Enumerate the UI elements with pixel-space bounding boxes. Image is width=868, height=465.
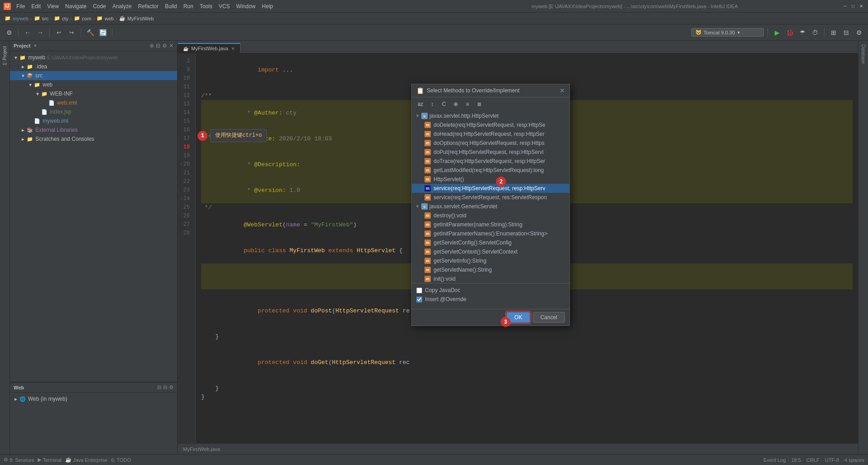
- method-getServletInfo[interactable]: m getServletInfo():String: [412, 256, 569, 265]
- line-endings-btn[interactable]: CRLF: [806, 457, 820, 463]
- menu-view[interactable]: View: [44, 2, 62, 10]
- toolbar-layout-btn[interactable]: ⊟: [841, 27, 852, 38]
- method-getServletContext[interactable]: m getServletContext():ServletContext: [412, 247, 569, 256]
- menu-window[interactable]: Window: [233, 2, 258, 10]
- project-dropdown-arrow[interactable]: ▼: [33, 43, 37, 48]
- terminal-btn[interactable]: ▶ Terminal: [38, 457, 62, 463]
- crumb-web-label[interactable]: web: [105, 16, 114, 21]
- encoding-btn[interactable]: UTF-8: [825, 457, 839, 463]
- coverage-btn[interactable]: ☂: [797, 27, 808, 38]
- method-doOptions[interactable]: m doOptions(req:HttpServletRequest, resp…: [412, 139, 569, 148]
- sync-icon[interactable]: ⊕: [149, 43, 154, 49]
- tree-item-webmodule[interactable]: ► 🌐 Web (in myweb): [10, 394, 177, 403]
- method-getInitParamNames[interactable]: m getInitParameterNames():Enumeration<St…: [412, 229, 569, 238]
- tree-item-webinf[interactable]: ▼ 📁 WEB-INF: [10, 89, 177, 98]
- method-httpservlet-constructor[interactable]: m HttpServlet(): [412, 175, 569, 184]
- copy-javadoc-checkbox[interactable]: Copy JavaDoc: [416, 287, 565, 293]
- toolbar-undo-btn[interactable]: ↩: [53, 27, 64, 38]
- tree-item-indexjsp[interactable]: ► 📄 index.jsp: [10, 107, 177, 116]
- crumb-cty[interactable]: 📁: [54, 15, 60, 21]
- insert-override-input[interactable]: [416, 297, 422, 302]
- tree-item-scratches[interactable]: ► 📁 Scratches and Consoles: [10, 134, 177, 144]
- crumb-com-label[interactable]: com: [82, 16, 92, 21]
- insert-override-checkbox[interactable]: Insert @Override: [416, 296, 565, 302]
- toolbar-more-btn[interactable]: ⊞: [828, 27, 839, 38]
- menu-run[interactable]: Run: [181, 2, 196, 10]
- method-doHead[interactable]: m doHead(req:HttpServletRequest, resp:Ht…: [412, 129, 569, 139]
- maximize-button[interactable]: □: [850, 3, 856, 10]
- services-btn[interactable]: ⚙ 8: Services: [4, 457, 34, 463]
- tree-item-extlibs[interactable]: ► 📚 External Libraries: [10, 125, 177, 134]
- tab-close-icon[interactable]: ✕: [231, 46, 235, 51]
- minimize-button[interactable]: ─: [842, 3, 848, 10]
- profile-btn[interactable]: ⏱: [810, 27, 820, 38]
- database-tab[interactable]: Database: [860, 41, 867, 67]
- tree-item-src[interactable]: ▼ 📦 src: [10, 71, 177, 80]
- debug-btn[interactable]: 🐞: [784, 27, 795, 38]
- menu-code[interactable]: Code: [90, 2, 109, 10]
- project-tab[interactable]: 1: Project: [1, 43, 8, 69]
- crumb-src[interactable]: 📁: [34, 15, 40, 21]
- menu-tools[interactable]: Tools: [197, 2, 215, 10]
- toolbar-forward-btn[interactable]: →: [35, 27, 46, 38]
- method-init-void[interactable]: m init():void: [412, 274, 569, 283]
- crumb-src-label[interactable]: src: [42, 16, 49, 21]
- event-log-btn[interactable]: Event Log: [763, 457, 786, 463]
- tree-item-myweb[interactable]: ▼ 📁 myweb E:\JAVAXX\IdeaProjects\myweb: [10, 53, 177, 62]
- tree-item-iml[interactable]: ► 📄 myweb.iml: [10, 116, 177, 125]
- method-getInitParam[interactable]: m getInitParameter(name:String):String: [412, 220, 569, 229]
- tree-item-webxml[interactable]: ► 📄 web.xml: [10, 98, 177, 107]
- collapse-icon[interactable]: ⊟: [156, 43, 160, 49]
- ok-button[interactable]: OK: [506, 312, 530, 323]
- java-enterprise-btn[interactable]: ☕ Java Enterprise: [65, 457, 107, 463]
- toolbar-redo-btn[interactable]: ↪: [66, 27, 77, 38]
- crumb-web[interactable]: 📁: [96, 15, 103, 21]
- method-doDelete[interactable]: m doDelete(req:HttpServletRequest, resp:…: [412, 120, 569, 129]
- method-getLastModified[interactable]: m getLastModified(req:HttpServletRequest…: [412, 166, 569, 175]
- menu-vcs[interactable]: VCS: [216, 2, 233, 10]
- method-getServletConfig[interactable]: m getServletConfig():ServletConfig: [412, 238, 569, 247]
- run-btn[interactable]: ▶: [772, 27, 782, 38]
- method-getServletName[interactable]: m getServletName():String: [412, 265, 569, 274]
- tab-myfirstweb[interactable]: ☕ MyFirstWeb.java ✕: [178, 43, 241, 53]
- crumb-com[interactable]: 📁: [74, 15, 80, 21]
- tree-item-idea[interactable]: ► 📁 .idea: [10, 62, 177, 71]
- menu-refactor[interactable]: Refactor: [135, 2, 161, 10]
- dialog-close-button[interactable]: ✕: [559, 87, 565, 94]
- menu-build[interactable]: Build: [162, 2, 180, 10]
- menu-file[interactable]: File: [14, 2, 28, 10]
- method-doTrace[interactable]: m doTrace(req:HttpServletRequest, resp:H…: [412, 157, 569, 166]
- sort-type-btn[interactable]: ↕: [427, 99, 437, 109]
- web-settings-icon[interactable]: ⚙: [169, 384, 174, 390]
- settings-icon[interactable]: ⚙: [162, 43, 167, 49]
- crumb-cty-label[interactable]: cty: [62, 16, 68, 21]
- method-service-selected[interactable]: m service(req:HttpServletRequest, resp:H…: [412, 184, 569, 193]
- method-group-header-httpservlet[interactable]: ▼ c javax.servlet.http.HttpServlet: [412, 111, 569, 120]
- align-left-btn[interactable]: ≡: [463, 99, 473, 109]
- menu-navigate[interactable]: Navigate: [63, 2, 89, 10]
- toolbar-sync-btn[interactable]: 🔄: [97, 27, 108, 38]
- crumb-myweb[interactable]: myweb: [13, 16, 29, 21]
- indent-btn[interactable]: 4 spaces: [844, 457, 864, 463]
- toolbar-build-btn[interactable]: 🔨: [85, 27, 96, 38]
- menu-help[interactable]: Help: [259, 2, 276, 10]
- copy-javadoc-input[interactable]: [416, 288, 422, 293]
- close-panel-icon[interactable]: ✕: [169, 43, 174, 49]
- method-service-2[interactable]: m service(req:ServletRequest, res:Servle…: [412, 193, 569, 202]
- web-align-icon[interactable]: ⊟: [157, 384, 161, 390]
- todo-btn[interactable]: 6: TODO: [111, 457, 131, 463]
- toolbar-back-btn[interactable]: ←: [22, 27, 33, 38]
- toolbar-settings-btn[interactable]: ⚙: [4, 27, 14, 38]
- menu-analyze[interactable]: Analyze: [110, 2, 135, 10]
- interface-btn[interactable]: ⊕: [451, 99, 461, 109]
- method-group-header-genericservlet[interactable]: ▼ c javax.servlet.GenericServlet: [412, 202, 569, 211]
- run-config-dropdown[interactable]: 🐱 Tomcat 9.0.30 ▼: [691, 28, 764, 37]
- cancel-button[interactable]: Cancel: [533, 312, 565, 323]
- method-doPut[interactable]: m doPut(req:HttpServletRequest, resp:Htt…: [412, 148, 569, 157]
- web-collapse-icon[interactable]: ⊟: [163, 384, 167, 390]
- sort-alpha-btn[interactable]: az: [415, 99, 425, 109]
- crumb-file-label[interactable]: MyFirstWeb: [127, 16, 154, 21]
- position-indicator[interactable]: 18:5: [791, 457, 801, 463]
- tree-item-web[interactable]: ▼ 📁 web: [10, 80, 177, 89]
- align-right-btn[interactable]: ≣: [474, 99, 484, 109]
